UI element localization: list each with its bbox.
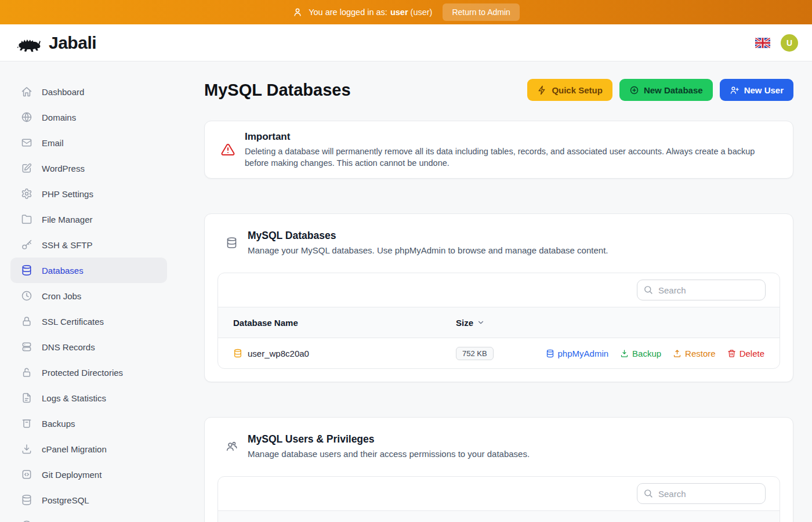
users-table: User Database Privileges bbox=[217, 476, 780, 522]
sidebar-item-logs-statistics[interactable]: Logs & Statistics bbox=[10, 385, 167, 411]
database-size-badge: 752 KB bbox=[456, 347, 494, 360]
users-icon bbox=[226, 440, 238, 452]
sidebar-label: cPanel Migration bbox=[42, 444, 107, 454]
upload-icon bbox=[673, 349, 682, 358]
folder-icon bbox=[21, 213, 32, 225]
user-avatar[interactable]: U bbox=[781, 34, 798, 52]
user-plus-icon bbox=[730, 85, 740, 95]
button-label: New User bbox=[744, 85, 784, 95]
warning-card: Important Deleting a database will perma… bbox=[204, 121, 793, 179]
users-card: MySQL Users & Privileges Manage database… bbox=[204, 417, 793, 522]
action-label: Backup bbox=[632, 349, 661, 358]
server-icon bbox=[21, 341, 32, 353]
trash-icon bbox=[727, 349, 736, 358]
sidebar-item-php-settings[interactable]: PHP Settings bbox=[10, 181, 167, 206]
sidebar-item-cpanel-migration[interactable]: cPanel Migration bbox=[10, 436, 167, 462]
sidebar-item-databases[interactable]: Databases bbox=[10, 258, 167, 283]
sidebar-item-postgresql[interactable]: PostgreSQL bbox=[10, 487, 167, 513]
quick-setup-button[interactable]: Quick Setup bbox=[527, 79, 612, 101]
sidebar-item-email[interactable]: Email bbox=[10, 130, 167, 155]
sidebar-item-ssl-certificates[interactable]: SSL Certificates bbox=[10, 309, 167, 334]
search-icon bbox=[643, 285, 653, 295]
new-user-button[interactable]: New User bbox=[720, 79, 793, 101]
sidebar-label: Backups bbox=[42, 419, 75, 429]
logged-in-username: user bbox=[390, 8, 408, 17]
sidebar-label: Domains bbox=[42, 113, 76, 122]
page-title: MySQL Databases bbox=[204, 79, 351, 101]
sidebar-label: Logs & Statistics bbox=[42, 393, 106, 403]
backup-link[interactable]: Backup bbox=[620, 349, 661, 358]
impersonation-banner: You are logged in as: user (user) Return… bbox=[0, 0, 812, 24]
lock-icon bbox=[21, 316, 32, 327]
database-row: user_wp8c20a0 752 KB phpMyAdmin Backup bbox=[218, 338, 780, 368]
app-header: Jabali U bbox=[0, 24, 812, 61]
phpmyadmin-link[interactable]: phpMyAdmin bbox=[546, 349, 609, 358]
sidebar-label: Databases bbox=[42, 266, 84, 276]
sidebar-item-wordpress[interactable]: WordPress bbox=[10, 155, 167, 181]
alert-triangle-icon bbox=[221, 143, 235, 157]
sidebar-label: Git Deployment bbox=[42, 470, 102, 480]
users-search bbox=[637, 483, 766, 504]
action-label: Delete bbox=[740, 349, 764, 358]
sidebar-item-dns-records[interactable]: DNS Records bbox=[10, 334, 167, 360]
sidebar-item-cron-jobs[interactable]: Cron Jobs bbox=[10, 283, 167, 309]
return-to-admin-button[interactable]: Return to Admin bbox=[443, 3, 519, 21]
database-icon bbox=[233, 349, 242, 358]
users-section-description: Manage database users and their access p… bbox=[248, 448, 530, 460]
page-actions: Quick Setup New Database New User bbox=[527, 79, 793, 101]
column-size-sort[interactable]: Size bbox=[456, 318, 764, 328]
users-section-title: MySQL Users & Privileges bbox=[248, 433, 530, 445]
gear-icon bbox=[21, 188, 32, 200]
databases-search bbox=[637, 280, 766, 300]
action-label: phpMyAdmin bbox=[558, 349, 609, 358]
sidebar-item-dashboard[interactable]: Dashboard bbox=[10, 79, 167, 104]
column-database-name: Database Name bbox=[233, 318, 456, 328]
main-content: MySQL Databases Quick Setup New Database… bbox=[186, 61, 812, 522]
button-label: New Database bbox=[644, 85, 703, 95]
edit-icon bbox=[21, 162, 32, 174]
restore-link[interactable]: Restore bbox=[673, 349, 716, 358]
mail-icon bbox=[21, 137, 32, 148]
delete-link[interactable]: Delete bbox=[727, 349, 764, 358]
circle-icon bbox=[21, 520, 32, 522]
warning-title: Important bbox=[245, 130, 777, 143]
sidebar-label: PHP Settings bbox=[42, 189, 93, 199]
sidebar-label: SSL Certificates bbox=[42, 317, 104, 327]
database-name: user_wp8c20a0 bbox=[248, 349, 309, 358]
action-label: Restore bbox=[685, 349, 716, 358]
users-search-input[interactable] bbox=[637, 483, 766, 504]
brand-name: Jabali bbox=[49, 33, 96, 53]
sidebar-item-domains[interactable]: Domains bbox=[10, 104, 167, 130]
database-icon bbox=[21, 494, 32, 506]
sidebar-item-file-manager[interactable]: File Manager bbox=[10, 206, 167, 232]
sidebar-item-backups[interactable]: Backups bbox=[10, 411, 167, 436]
download-icon bbox=[620, 349, 629, 358]
search-icon bbox=[643, 488, 653, 498]
download-icon bbox=[21, 443, 32, 455]
boar-logo-icon bbox=[16, 32, 43, 53]
sidebar-item-partial[interactable] bbox=[10, 513, 167, 522]
sidebar-item-protected-directories[interactable]: Protected Directories bbox=[10, 360, 167, 385]
file-text-icon bbox=[21, 392, 32, 404]
sidebar-label: PostgreSQL bbox=[42, 495, 89, 505]
sidebar-item-ssh-sftp[interactable]: SSH & SFTP bbox=[10, 232, 167, 258]
sidebar-label: File Manager bbox=[42, 215, 93, 224]
sidebar-label: Cron Jobs bbox=[42, 291, 81, 301]
sidebar-nav: Dashboard Domains Email WordPress PHP Se… bbox=[0, 61, 186, 522]
logged-in-prefix: You are logged in as: bbox=[309, 8, 387, 17]
sidebar-item-git-deployment[interactable]: Git Deployment bbox=[10, 462, 167, 487]
code-icon bbox=[21, 469, 32, 480]
sidebar-label: Email bbox=[42, 138, 64, 148]
sidebar-label: DNS Records bbox=[42, 342, 95, 352]
logged-in-role: (user) bbox=[411, 8, 433, 17]
globe-icon bbox=[21, 111, 32, 123]
databases-search-input[interactable] bbox=[637, 280, 766, 300]
databases-card: MySQL Databases Manage your MySQL databa… bbox=[204, 213, 793, 382]
sidebar-label: Protected Directories bbox=[42, 368, 123, 378]
language-flag-icon[interactable] bbox=[755, 38, 770, 48]
clock-icon bbox=[21, 290, 32, 302]
database-icon bbox=[21, 264, 32, 276]
new-database-button[interactable]: New Database bbox=[619, 79, 713, 101]
databases-section-description: Manage your MySQL databases. Use phpMyAd… bbox=[248, 245, 608, 256]
brand-logo[interactable]: Jabali bbox=[16, 32, 96, 53]
